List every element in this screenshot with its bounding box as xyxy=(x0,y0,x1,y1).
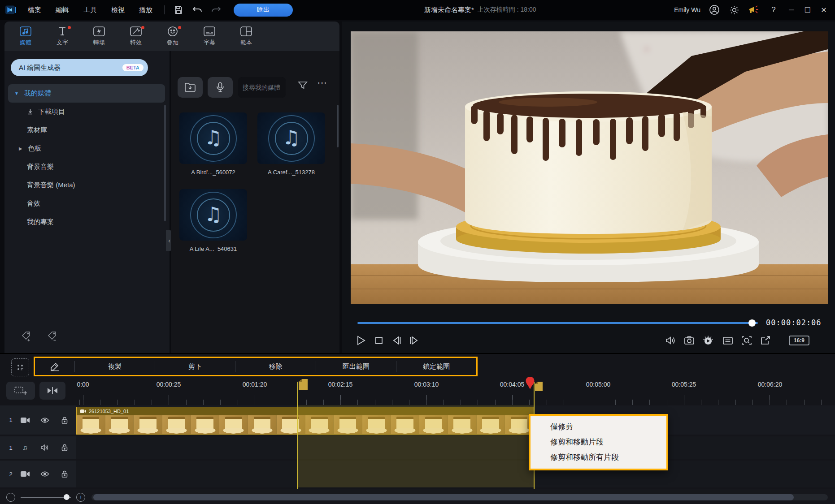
sidebar-item-my-projects[interactable]: 我的專案 xyxy=(8,213,165,231)
minimize-button[interactable]: ─ xyxy=(787,6,796,14)
preview-seekbar[interactable] xyxy=(357,322,758,324)
seekbar-knob[interactable] xyxy=(748,319,756,327)
sidebar-item-downloads[interactable]: 下載項目 xyxy=(8,103,165,121)
volume-icon[interactable] xyxy=(664,334,677,347)
popout-player-icon[interactable] xyxy=(759,334,772,347)
sidebar-item-my-media[interactable]: ▼ 我的媒體 xyxy=(8,84,165,103)
music-note-icon: ♫ xyxy=(204,202,222,225)
track-manager-button[interactable] xyxy=(6,382,35,400)
tab-subtitles[interactable]: 字幕 xyxy=(191,22,228,51)
menu-item-trim-and-move-clip[interactable]: 修剪和移動片段 xyxy=(531,435,666,450)
tab-transitions[interactable]: 轉場 xyxy=(81,22,117,51)
media-item-audio[interactable]: ♫ xyxy=(179,112,247,164)
track-lock-icon[interactable] xyxy=(55,416,74,424)
stop-button[interactable] xyxy=(372,334,386,347)
ai-image-generator-button[interactable]: AI 繪圖生成器 BETA xyxy=(11,59,148,76)
sidebar-item-background-music-meta[interactable]: 背景音樂 (Meta) xyxy=(8,176,165,194)
record-voiceover-button[interactable] xyxy=(208,77,233,98)
selected-range-overlay xyxy=(297,405,534,487)
render-preview-icon[interactable] xyxy=(701,334,715,347)
menu-item-trim-only[interactable]: 僅修剪 xyxy=(531,419,666,435)
split-clip-button[interactable] xyxy=(39,382,65,400)
last-saved-time: 上次存檔時間 : 18:00 xyxy=(478,6,536,14)
cut-button[interactable]: 剪下 xyxy=(155,362,235,371)
track-lock-icon[interactable] xyxy=(55,470,74,478)
track-mute-speaker-icon[interactable] xyxy=(35,444,55,451)
sidebar-scrollbar[interactable] xyxy=(164,105,166,221)
settings-gear-icon[interactable] xyxy=(728,4,740,16)
media-item-name: A Life A..._540631 xyxy=(179,246,247,252)
ruler-label: 0:00 xyxy=(77,381,89,388)
menu-play[interactable]: 播放 xyxy=(132,6,160,14)
video-preview[interactable] xyxy=(351,31,828,304)
range-end-flag[interactable] xyxy=(535,382,543,392)
maximize-button[interactable]: ☐ xyxy=(804,6,812,14)
range-start-line xyxy=(297,382,298,489)
timeline-zoom-slider[interactable] xyxy=(21,497,71,498)
sidebar-item-stock-library[interactable]: 素材庫 xyxy=(8,121,165,139)
close-button[interactable]: ✕ xyxy=(820,6,828,14)
menu-item-trim-and-move-all-clips[interactable]: 修剪和移動所有片段 xyxy=(531,450,666,465)
tab-media[interactable]: 媒體 xyxy=(7,22,44,51)
track-lock-icon[interactable] xyxy=(55,444,74,452)
timeline-scrollbar[interactable] xyxy=(91,494,828,500)
account-avatar-icon[interactable] xyxy=(709,4,720,16)
menu-edit[interactable]: 編輯 xyxy=(48,6,76,14)
playhead-marker[interactable] xyxy=(525,376,535,391)
track-visibility-eye-icon[interactable] xyxy=(35,417,55,423)
menu-view[interactable]: 檢視 xyxy=(104,6,132,14)
scrollbar-thumb[interactable] xyxy=(93,494,794,500)
tab-overlays[interactable]: 疊加 xyxy=(154,22,191,51)
search-input[interactable] xyxy=(238,84,286,91)
edit-pen-icon[interactable] xyxy=(35,361,74,372)
undo-icon[interactable] xyxy=(191,4,203,16)
remove-tag-icon[interactable] xyxy=(47,331,58,342)
media-item-audio[interactable]: ♫ xyxy=(179,189,247,241)
clip-name: 26121053_HD_01 xyxy=(89,409,129,414)
sidebar-item-color-boards[interactable]: ▶ 色板 xyxy=(8,139,165,158)
media-item-name: A Caref..._513278 xyxy=(257,169,325,176)
tab-templates[interactable]: 範本 xyxy=(228,22,265,51)
copy-button[interactable]: 複製 xyxy=(75,362,155,371)
media-scrollbar[interactable] xyxy=(337,105,339,147)
snapshot-camera-icon[interactable] xyxy=(683,334,696,347)
divider xyxy=(164,5,165,14)
app-window: 檔案 編輯 工具 檢視 播放 匯出 新增未命名專案* 上次存檔時間 : 18:0… xyxy=(0,0,835,504)
details-list-icon[interactable] xyxy=(721,334,735,347)
library-panel: 媒體 文字 轉場 特效 疊加 字幕 xyxy=(4,22,339,353)
save-icon[interactable] xyxy=(173,4,184,16)
zoom-out-button[interactable]: − xyxy=(6,493,15,502)
export-button[interactable]: 匯出 xyxy=(234,4,293,17)
audio-track-icon: ♫ xyxy=(15,444,35,452)
media-item-audio[interactable]: ♫ xyxy=(257,112,325,164)
range-start-flag[interactable] xyxy=(298,379,308,391)
add-tag-icon[interactable] xyxy=(21,331,32,342)
menu-file[interactable]: 檔案 xyxy=(21,6,48,14)
app-logo-icon xyxy=(5,4,17,16)
sidebar-item-background-music[interactable]: 背景音樂 xyxy=(8,158,165,176)
sidebar-item-sound-effects[interactable]: 音效 xyxy=(8,194,165,213)
tab-text[interactable]: 文字 xyxy=(44,22,81,51)
track-visibility-eye-icon[interactable] xyxy=(35,471,55,477)
zoom-slider-knob[interactable] xyxy=(64,494,70,500)
previous-frame-button[interactable] xyxy=(390,334,404,347)
export-range-button[interactable]: 匯出範圍 xyxy=(316,362,396,371)
tab-effects[interactable]: 特效 xyxy=(117,22,154,51)
announcement-megaphone-icon[interactable] xyxy=(748,4,760,16)
remove-button[interactable]: 移除 xyxy=(235,362,315,371)
zoom-fit-icon[interactable] xyxy=(740,334,753,347)
more-options-icon[interactable]: ⋯ xyxy=(317,77,327,89)
aspect-ratio-badge[interactable]: 16:9 xyxy=(789,336,809,345)
storyboard-icon[interactable] xyxy=(11,358,29,376)
help-icon[interactable]: ? xyxy=(768,4,779,16)
notification-dot xyxy=(178,26,181,29)
zoom-in-button[interactable]: + xyxy=(76,493,85,502)
redo-icon[interactable] xyxy=(210,4,222,16)
filter-icon[interactable] xyxy=(298,81,308,90)
menu-tools[interactable]: 工具 xyxy=(76,6,104,14)
next-frame-button[interactable] xyxy=(407,334,421,347)
import-media-button[interactable] xyxy=(178,77,203,98)
notification-dot xyxy=(141,26,144,29)
lock-range-button[interactable]: 鎖定範圍 xyxy=(396,362,476,371)
play-button[interactable] xyxy=(354,334,368,347)
